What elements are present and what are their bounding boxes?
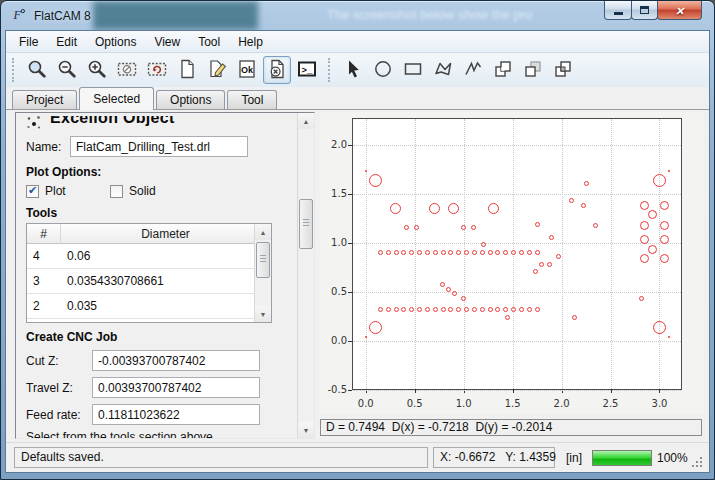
- toolbar-drag-handle[interactable]: [12, 58, 17, 82]
- tools-column-header[interactable]: Diameter: [61, 224, 271, 244]
- close-button[interactable]: [657, 1, 702, 20]
- menu-tool[interactable]: Tool: [189, 32, 229, 52]
- maximize-button[interactable]: [631, 1, 658, 20]
- new-file-icon: [176, 58, 198, 83]
- zoom-in-button[interactable]: [83, 56, 111, 84]
- drill-marker: [448, 250, 453, 255]
- field-label: Feed rate:: [26, 408, 92, 422]
- menu-options[interactable]: Options: [86, 32, 145, 52]
- draw-rectangle-icon: [402, 58, 424, 83]
- gridline: [353, 243, 681, 244]
- drill-marker: [480, 307, 485, 312]
- drill-marker: [519, 307, 524, 312]
- tools-table-scrollbar[interactable]: [254, 224, 271, 322]
- menu-file[interactable]: File: [10, 32, 47, 52]
- titlebar[interactable]: The screenshot below show the pro F Flat…: [5, 1, 710, 30]
- ok-file-button[interactable]: Ok: [233, 56, 261, 84]
- draw-polygon-button[interactable]: [429, 56, 457, 84]
- zoom-out-button[interactable]: [53, 56, 81, 84]
- drill-marker: [378, 307, 383, 312]
- shape-intersect-button[interactable]: [549, 56, 577, 84]
- resize-grip[interactable]: [691, 456, 703, 468]
- tab-selected[interactable]: Selected: [79, 87, 154, 110]
- scrollbar-thumb[interactable]: [299, 199, 313, 249]
- background-window-blob: [93, 1, 258, 30]
- drill-marker: [369, 321, 382, 334]
- tab-project[interactable]: Project: [12, 90, 77, 109]
- drill-marker: [409, 307, 414, 312]
- tab-tool[interactable]: Tool: [227, 90, 277, 109]
- gridline: [659, 119, 660, 389]
- axis-tick: [348, 243, 352, 244]
- menu-help[interactable]: Help: [229, 32, 272, 52]
- scroll-up-icon[interactable]: [298, 113, 314, 129]
- status-bar: Defaults saved. X: -0.6672 Y: 1.4359 [in…: [6, 442, 709, 472]
- drill-marker: [481, 242, 486, 247]
- zoom-fit-icon: [26, 58, 48, 83]
- field-input-cutz[interactable]: [92, 350, 260, 371]
- scroll-down-icon[interactable]: [255, 306, 271, 322]
- solid-checkbox-box[interactable]: [110, 185, 123, 198]
- replot-button[interactable]: [143, 56, 171, 84]
- tool-diameter-cell: 0.0354330708661: [61, 269, 271, 293]
- minimize-button[interactable]: [604, 1, 632, 20]
- edit-file-button[interactable]: [203, 56, 231, 84]
- zoom-in-icon: [86, 58, 108, 83]
- drill-marker: [404, 225, 409, 230]
- scroll-up-icon[interactable]: [255, 224, 271, 240]
- plot-canvas[interactable]: 0.00.51.01.52.02.53.0-0.50.00.51.01.52.0: [320, 112, 704, 414]
- drill-marker: [409, 250, 414, 255]
- drill-marker: [547, 262, 552, 267]
- checkbox-plot[interactable]: Plot: [26, 184, 110, 198]
- name-row: Name:: [26, 136, 283, 157]
- panel-scrollbar[interactable]: [297, 113, 314, 438]
- drill-marker: [640, 221, 649, 230]
- drill-marker: [448, 307, 453, 312]
- tools-label: Tools: [26, 206, 283, 220]
- drill-marker: [401, 250, 406, 255]
- axis-tick: [348, 292, 352, 293]
- table-row[interactable]: 30.0354330708661: [27, 269, 271, 294]
- command-line-button[interactable]: >_: [293, 56, 321, 84]
- field-label: Cut Z:: [26, 354, 92, 368]
- drill-marker: [505, 315, 510, 320]
- field-input-feedrate[interactable]: [92, 404, 260, 425]
- drill-marker: [668, 336, 670, 338]
- table-row[interactable]: 20.035: [27, 294, 271, 319]
- drill-marker: [378, 250, 383, 255]
- maximize-icon: [640, 6, 649, 14]
- shape-subtract-button[interactable]: [519, 56, 547, 84]
- plot-area: 0.00.51.01.52.02.53.0-0.50.00.51.01.52.0…: [320, 112, 704, 439]
- scroll-down-icon[interactable]: [298, 422, 314, 438]
- name-input[interactable]: [70, 136, 248, 157]
- select-tool-button[interactable]: [339, 56, 367, 84]
- scrollbar-thumb[interactable]: [256, 242, 270, 278]
- table-row[interactable]: 40.06: [27, 244, 271, 269]
- shape-union-button[interactable]: [489, 56, 517, 84]
- clear-plot-button[interactable]: [113, 56, 141, 84]
- tool-number-cell: 3: [27, 269, 61, 293]
- panel-title: Excellon Object: [50, 116, 175, 127]
- plot-checkbox-box[interactable]: [26, 185, 39, 198]
- tools-column-header[interactable]: #: [27, 224, 61, 244]
- drill-marker: [640, 254, 649, 263]
- menubar: FileEditOptionsViewToolHelp: [6, 31, 709, 53]
- field-input-travelz[interactable]: [92, 377, 260, 398]
- tab-options[interactable]: Options: [156, 90, 225, 109]
- tool-number-cell: 4: [27, 244, 61, 268]
- new-file-button[interactable]: [173, 56, 201, 84]
- menu-edit[interactable]: Edit: [47, 32, 86, 52]
- x-tick-label: 3.0: [645, 398, 673, 409]
- checkbox-solid[interactable]: Solid: [110, 184, 194, 198]
- zoom-fit-button[interactable]: [23, 56, 51, 84]
- select-tool-icon: [342, 58, 364, 83]
- draw-rectangle-button[interactable]: [399, 56, 427, 84]
- x-tick-label: 2.5: [597, 398, 625, 409]
- units-label: [in]: [561, 451, 587, 465]
- draw-polyline-button[interactable]: [459, 56, 487, 84]
- toolbar-drag-handle[interactable]: [328, 58, 333, 82]
- gridline: [353, 145, 681, 146]
- draw-circle-button[interactable]: [369, 56, 397, 84]
- delete-object-button[interactable]: [263, 56, 291, 84]
- menu-view[interactable]: View: [145, 32, 189, 52]
